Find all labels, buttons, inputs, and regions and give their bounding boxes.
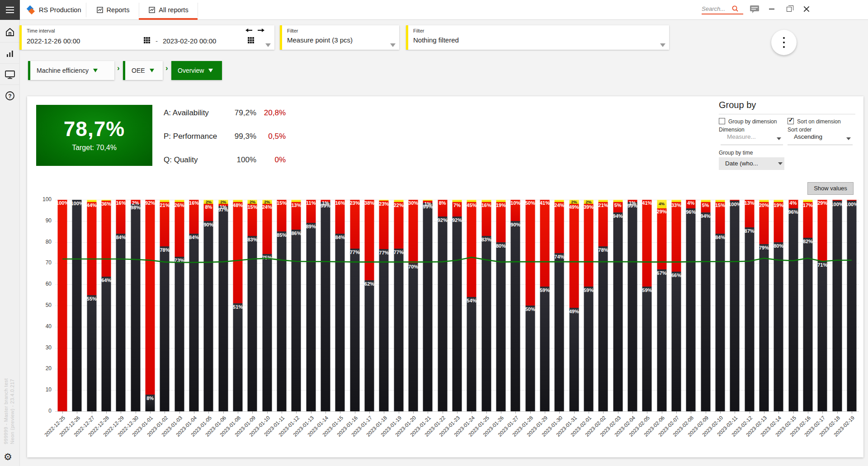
- stacked-bar[interactable]: [379, 200, 389, 411]
- search-icon[interactable]: [731, 5, 739, 12]
- bar-slot: 15%85%: [274, 200, 289, 411]
- stacked-bar[interactable]: [818, 200, 827, 411]
- stacked-bar[interactable]: [555, 200, 564, 411]
- stacked-bar[interactable]: [189, 200, 199, 411]
- time-interval-to[interactable]: 2023-02-20 00:00: [163, 37, 216, 45]
- close-button[interactable]: [798, 0, 815, 18]
- stacked-bar[interactable]: [306, 200, 316, 411]
- stacked-bar[interactable]: [277, 200, 287, 411]
- stacked-bar[interactable]: [569, 200, 579, 411]
- restore-window-button[interactable]: [781, 0, 797, 18]
- settings-gear-icon[interactable]: ⚙: [4, 452, 12, 462]
- filter-dropdown-icon[interactable]: [390, 43, 396, 47]
- stacked-bar[interactable]: [365, 200, 374, 411]
- stacked-bar[interactable]: [511, 200, 520, 411]
- next-period-icon[interactable]: [257, 27, 264, 33]
- sidebar-home-button[interactable]: [0, 22, 20, 42]
- dimension-select[interactable]: Measure...: [721, 133, 783, 145]
- group-by-time-select[interactable]: Date (who...: [719, 157, 784, 170]
- group-by-dimension-checkbox[interactable]: [719, 118, 725, 124]
- sort-on-dimension-checkbox[interactable]: ✓: [788, 118, 794, 124]
- stacked-bar[interactable]: [657, 200, 666, 411]
- secondary-filter-card[interactable]: Filter Nothing filtered: [406, 25, 669, 50]
- calendar-icon[interactable]: [248, 37, 254, 43]
- group-by-panel: Group by Group by dimension ✓ Sort on di…: [719, 100, 855, 171]
- stacked-bar[interactable]: [803, 200, 812, 411]
- stacked-bar[interactable]: [599, 200, 608, 411]
- time-interval-dropdown-icon[interactable]: [265, 43, 271, 47]
- sidebar-help-button[interactable]: ?: [0, 85, 20, 106]
- stacked-bar[interactable]: [409, 200, 418, 411]
- stacked-bar[interactable]: [686, 200, 696, 411]
- stacked-bar[interactable]: [160, 200, 170, 411]
- stacked-bar[interactable]: [774, 200, 783, 411]
- stacked-bar[interactable]: [788, 200, 798, 411]
- stacked-bar[interactable]: [175, 200, 184, 411]
- stacked-bar[interactable]: [715, 200, 725, 411]
- bar-slot: 44%55%: [85, 200, 99, 411]
- report-group-dropdown[interactable]: Machine efficiency: [28, 61, 114, 80]
- sidebar-screens-button[interactable]: [0, 64, 20, 85]
- stacked-bar[interactable]: [248, 200, 257, 411]
- stacked-bar[interactable]: [496, 200, 506, 411]
- previous-period-icon[interactable]: [245, 27, 253, 33]
- stacked-bar[interactable]: [394, 200, 403, 411]
- bar-segment-b: [87, 295, 96, 411]
- stacked-bar[interactable]: [847, 200, 856, 411]
- stacked-bar[interactable]: [642, 200, 652, 411]
- feedback-comment-icon[interactable]: [747, 0, 762, 18]
- measure-point-filter-value[interactable]: Measure point (3 pcs): [287, 36, 353, 44]
- minimize-button[interactable]: [764, 0, 779, 18]
- loss-label: 30%: [408, 200, 418, 206]
- sidebar-reports-button[interactable]: [0, 43, 20, 64]
- tab-all-reports[interactable]: All reports: [142, 0, 196, 20]
- stacked-bar[interactable]: [467, 200, 476, 411]
- stacked-bar[interactable]: [671, 200, 681, 411]
- stacked-bar[interactable]: [525, 200, 535, 411]
- stacked-bar[interactable]: [204, 200, 213, 411]
- filter-dropdown-icon[interactable]: [660, 43, 665, 47]
- secondary-filter-value[interactable]: Nothing filtered: [413, 36, 459, 44]
- more-options-button[interactable]: [771, 30, 797, 55]
- stacked-bar[interactable]: [613, 200, 623, 411]
- stacked-bar[interactable]: [701, 200, 710, 411]
- stacked-bar[interactable]: [102, 200, 111, 411]
- search-input[interactable]: [702, 5, 731, 12]
- tab-reports[interactable]: Reports: [89, 0, 137, 20]
- stacked-bar[interactable]: [262, 200, 272, 411]
- bar-segment-r: [233, 202, 243, 304]
- bar-segment-r: [102, 201, 111, 277]
- sort-order-select[interactable]: Ascending: [788, 133, 853, 145]
- report-type-dropdown[interactable]: OEE: [123, 61, 163, 80]
- stacked-bar[interactable]: [58, 200, 67, 411]
- stacked-bar[interactable]: [453, 200, 462, 411]
- stacked-bar[interactable]: [438, 200, 447, 411]
- stacked-bar[interactable]: [131, 200, 140, 411]
- stacked-bar[interactable]: [730, 200, 740, 411]
- oee-label: 49%: [569, 309, 579, 314]
- stacked-bar[interactable]: [540, 200, 549, 411]
- stacked-bar[interactable]: [321, 200, 330, 411]
- show-values-button[interactable]: Show values: [807, 182, 854, 195]
- measure-point-filter-card[interactable]: Filter Measure point (3 pcs): [280, 25, 399, 50]
- hamburger-menu-icon[interactable]: [0, 0, 20, 20]
- stacked-bar[interactable]: [146, 200, 155, 411]
- stacked-bar[interactable]: [584, 200, 593, 411]
- stacked-bar[interactable]: [350, 200, 359, 411]
- time-interval-card[interactable]: Time interval 2022-12-26 00:00 - 2023-02…: [19, 25, 274, 50]
- stacked-bar[interactable]: [759, 200, 769, 411]
- report-view-dropdown[interactable]: Overview: [171, 61, 222, 80]
- stacked-bar[interactable]: [627, 200, 637, 411]
- stacked-bar[interactable]: [72, 200, 82, 411]
- stacked-bar[interactable]: [335, 200, 345, 411]
- stacked-bar[interactable]: [423, 200, 433, 411]
- stacked-bar[interactable]: [832, 200, 842, 411]
- stacked-bar[interactable]: [218, 200, 228, 411]
- time-interval-from[interactable]: 2022-12-26 00:00: [27, 37, 80, 45]
- calendar-icon[interactable]: [144, 37, 150, 43]
- help-icon: ?: [5, 90, 15, 101]
- stacked-bar[interactable]: [87, 200, 96, 411]
- stacked-bar[interactable]: [481, 200, 491, 411]
- stacked-bar[interactable]: [116, 200, 126, 411]
- bar-segment-r: [409, 200, 418, 263]
